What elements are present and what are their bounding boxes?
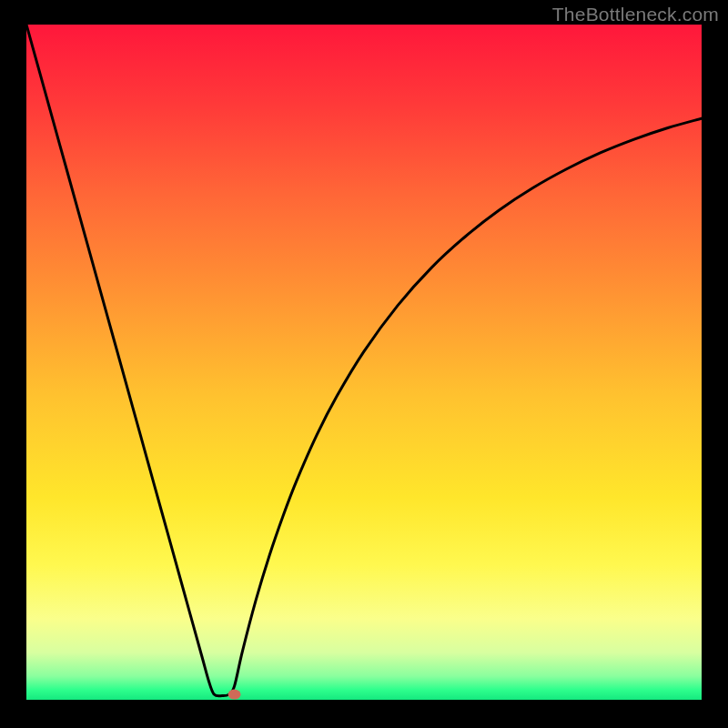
watermark-text: TheBottleneck.com — [552, 4, 719, 25]
optimal-point-marker — [228, 690, 241, 700]
chart-background — [26, 25, 702, 700]
bottleneck-chart — [26, 25, 702, 700]
chart-frame — [26, 25, 702, 700]
